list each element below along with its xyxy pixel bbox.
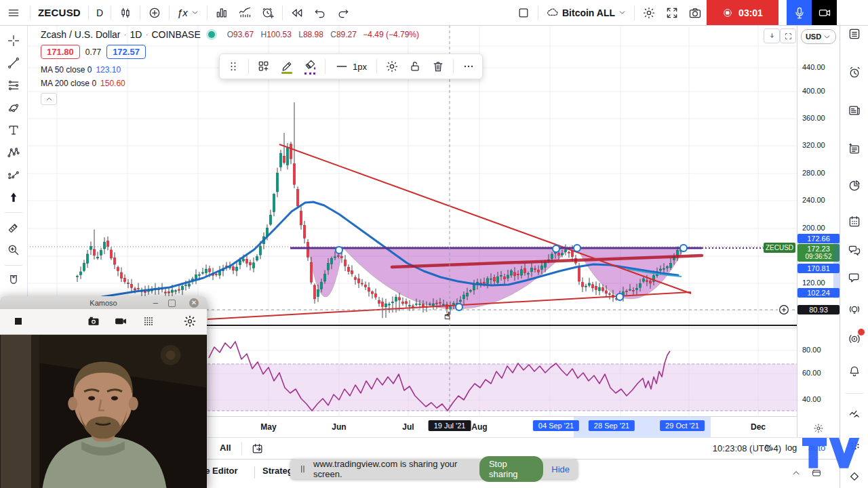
indicators-button[interactable]: ƒx — [172, 3, 204, 22]
sidebar-hotlists-button[interactable] — [846, 177, 863, 195]
maximize-button[interactable] — [168, 300, 176, 307]
record-video-button[interactable] — [111, 312, 130, 330]
sell-button[interactable]: 171.80 — [41, 45, 80, 59]
sidebar-live-streams-button[interactable] — [846, 330, 863, 348]
arrow-tool-button[interactable] — [3, 187, 24, 207]
take-photo-button[interactable] — [84, 312, 103, 330]
stop-capture-button[interactable] — [9, 312, 27, 330]
templates-button[interactable] — [210, 3, 233, 22]
photo-camera-icon — [87, 314, 100, 328]
replay-button[interactable] — [285, 3, 309, 22]
go-to-date-button[interactable] — [248, 441, 267, 457]
unlock-icon — [408, 60, 422, 73]
percent-scale-button[interactable]: % — [761, 441, 777, 454]
sidebar-order-panel-button[interactable] — [846, 405, 863, 423]
sidebar-watchlist-button[interactable] — [846, 25, 863, 43]
indicator-templates-button[interactable] — [233, 3, 256, 22]
compare-button[interactable] — [143, 3, 166, 22]
notification-dot — [858, 329, 865, 336]
currency-toggle-button[interactable]: USD — [801, 29, 836, 44]
price-tick: 440.00 — [802, 63, 825, 71]
microphone-button[interactable] — [787, 0, 812, 25]
chart-type-button[interactable] — [114, 3, 137, 22]
sidebar-ideas-streams-button[interactable] — [846, 301, 863, 319]
legend-interval[interactable]: 1D — [130, 29, 142, 40]
axis-settings-button[interactable] — [811, 422, 826, 435]
main-menu-button[interactable] — [0, 0, 27, 25]
crosshair-price-add-alert[interactable] — [778, 304, 790, 316]
line-width-button[interactable]: 1px — [330, 56, 372, 77]
divider — [111, 5, 111, 20]
magnet-icon — [7, 274, 20, 287]
fib-tool-button[interactable] — [3, 75, 24, 96]
legend-exchange[interactable]: COINBASE — [151, 29, 200, 40]
alert-button[interactable] — [256, 3, 279, 22]
ma200-label[interactable]: MA 200 close 0 — [41, 79, 96, 88]
collapse-legend-button[interactable] — [41, 93, 57, 105]
buy-button[interactable]: 172.57 — [106, 45, 146, 59]
sidebar-news-button[interactable] — [846, 102, 863, 119]
log-scale-button[interactable]: log — [781, 441, 801, 454]
indicator-wave-icon — [238, 6, 252, 20]
symbol-title[interactable]: Zcash / U.S. Dollar — [41, 29, 120, 40]
close-button[interactable]: ✕ — [189, 298, 199, 308]
sidebar-public-chat-button[interactable] — [846, 242, 863, 260]
spread-label: 0.77 — [85, 47, 101, 57]
symbol-label: ZECUSD — [38, 7, 81, 18]
plus-circle-icon — [148, 6, 161, 20]
text-tool-button[interactable] — [3, 120, 24, 140]
pattern-tool-button[interactable] — [3, 142, 24, 163]
newspaper-icon — [848, 104, 861, 117]
fullscreen-button[interactable] — [660, 3, 684, 22]
sidebar-data-window-button[interactable] — [846, 140, 863, 158]
more-options-button[interactable] — [458, 56, 479, 77]
drawing-settings-button[interactable] — [381, 56, 403, 77]
trendline-tool-button[interactable] — [3, 53, 24, 73]
text-tool-icon — [7, 123, 20, 137]
burst-mode-button[interactable] — [139, 312, 158, 330]
top-toolbar: ZECUSD D ƒx Bitcoin ALL 03:01 — [0, 0, 868, 26]
sidebar-notifications-button[interactable] — [846, 363, 863, 380]
minimize-button[interactable]: – — [153, 298, 158, 308]
crosshair-tool-button[interactable] — [3, 30, 24, 51]
stop-record-icon — [722, 7, 733, 18]
divider — [254, 466, 255, 479]
forecast-tool-button[interactable] — [3, 165, 24, 185]
sidebar-alerts-button[interactable] — [846, 64, 863, 81]
add-template-button[interactable] — [253, 56, 275, 77]
price-tick: 280.00 — [802, 169, 825, 177]
webcam-settings-button[interactable] — [180, 312, 199, 330]
webcam-button[interactable] — [812, 0, 837, 25]
hide-banner-button[interactable]: Hide — [551, 464, 570, 474]
fill-color-button[interactable] — [299, 56, 321, 77]
lock-drawing-button[interactable] — [404, 56, 426, 77]
toolbar-drag-handle[interactable] — [222, 56, 244, 77]
redo-button[interactable] — [332, 3, 355, 22]
sidebar-calendar-button[interactable] — [846, 213, 863, 230]
shapes-tool-button[interactable] — [3, 98, 24, 118]
interval-button[interactable]: D — [92, 3, 108, 22]
zoom-in-tool-button[interactable] — [3, 240, 24, 260]
undo-button[interactable] — [309, 3, 332, 22]
fullscreen-icon — [665, 6, 679, 20]
symbol-search-button[interactable]: ZECUSD — [33, 3, 85, 22]
stop-sharing-button[interactable]: Stop sharing — [479, 456, 543, 482]
magnet-tool-button[interactable] — [3, 270, 24, 291]
recording-timer-button[interactable]: 03:01 — [707, 0, 778, 25]
drawing-properties-toolbar: 1px — [219, 54, 483, 79]
pencil-icon — [280, 60, 294, 73]
line-color-button[interactable] — [276, 56, 298, 77]
cloud-layout-button[interactable]: Bitcoin ALL — [541, 3, 631, 22]
delete-drawing-button[interactable] — [427, 56, 449, 77]
measure-tool-button[interactable] — [3, 218, 24, 238]
price-axis[interactable]: USD 440.00400.00360.00320.00280.00240.00… — [797, 25, 840, 437]
screenshot-button[interactable] — [684, 3, 707, 22]
webcam-window[interactable]: Kamoso – ✕ — [0, 296, 207, 488]
webcam-titlebar[interactable]: Kamoso – ✕ — [0, 296, 207, 309]
divider — [453, 59, 454, 74]
sidebar-private-chat-button[interactable] — [846, 269, 863, 287]
settings-button[interactable] — [637, 3, 660, 22]
ma50-label[interactable]: MA 50 close 0 — [41, 65, 92, 75]
date-range-all-button[interactable]: All — [214, 441, 237, 454]
layout-button[interactable] — [512, 3, 535, 22]
